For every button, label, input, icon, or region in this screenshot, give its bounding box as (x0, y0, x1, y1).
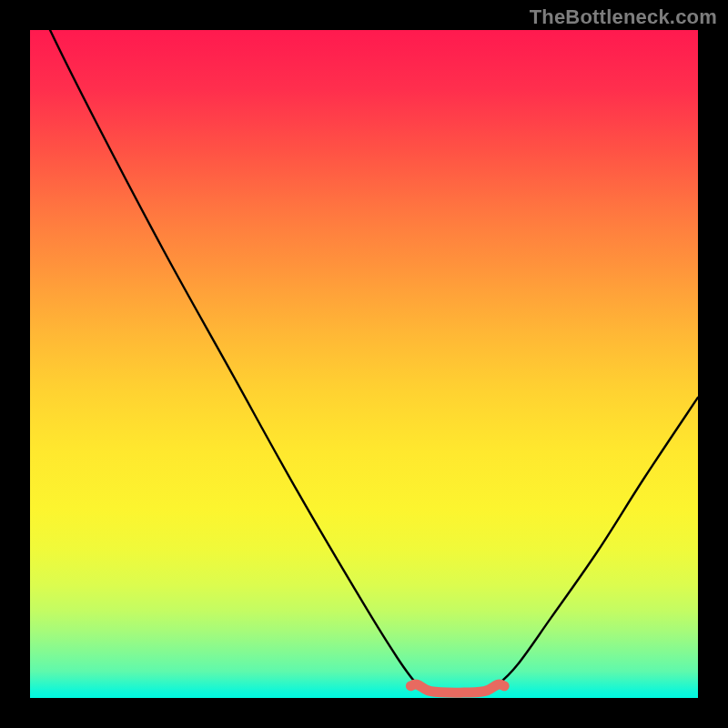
chart-curve-layer (30, 30, 698, 698)
chart-plot-area (30, 30, 698, 698)
bottleneck-curve (30, 30, 698, 693)
bottleneck-valley-highlight (410, 684, 504, 693)
attribution-text: TheBottleneck.com (530, 5, 717, 29)
